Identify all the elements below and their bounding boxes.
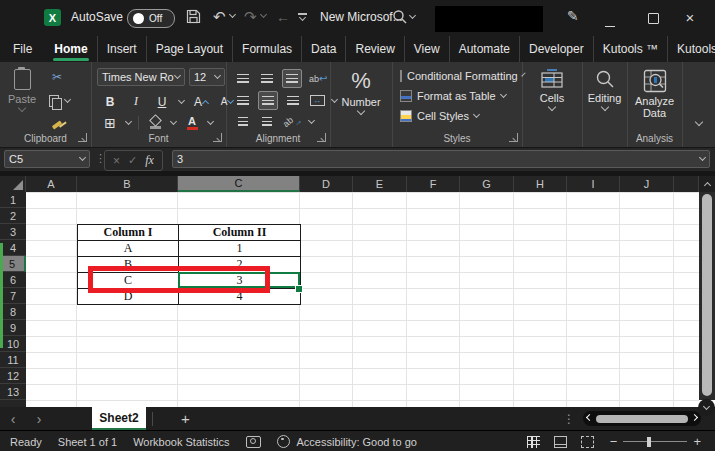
font-color-button[interactable]: A [183,114,201,131]
search-icon[interactable] [392,9,408,25]
paste-button[interactable]: Paste [8,67,36,111]
styles-dialog-launcher-icon[interactable] [509,133,518,142]
table-header-cell[interactable]: Column II [179,225,301,241]
alignment-dialog-launcher-icon[interactable] [317,133,326,142]
enter-icon[interactable]: ✓ [128,154,137,167]
font-name-select[interactable]: Times New Ro [97,68,185,86]
underline-dropdown-icon[interactable] [178,96,185,103]
decrease-indent-button[interactable] [234,113,252,130]
fill-color-dropdown-icon[interactable] [170,117,177,124]
tab-file[interactable]: File [0,36,45,62]
back-arrow-icon[interactable]: ← [276,10,290,24]
cut-icon[interactable]: ✂ [48,68,66,85]
row-header-13[interactable]: 13 [0,384,26,400]
sheet-tab-sheet2[interactable]: Sheet2 [92,407,146,430]
column-header-a[interactable]: A [26,176,77,192]
borders-button[interactable]: ⊞ [101,114,119,131]
zoom-slider-handle[interactable] [647,437,651,447]
sheet-nav-next-icon[interactable]: › [26,411,52,427]
cell-area[interactable]: Column I Column II A 1 B 2 C 3 D 4 [26,192,699,407]
conditional-formatting-button[interactable]: Conditional Formatting [392,66,522,86]
row-header-12[interactable]: 12 [0,368,26,384]
add-sheet-icon[interactable]: + [181,410,190,427]
cells-button[interactable]: Cells [522,62,582,147]
zoom-in-button[interactable]: + [693,434,701,449]
zoom-slider[interactable] [623,441,687,443]
row-header-4[interactable]: 4 [0,240,26,256]
borders-dropdown-icon[interactable] [125,117,132,124]
column-header-partial[interactable] [674,176,699,192]
font-size-select[interactable]: 12 [189,68,225,86]
formula-input[interactable]: 3 [172,150,710,168]
close-button[interactable]: × [683,9,697,26]
camera-icon[interactable] [246,436,261,448]
tab-kutools-plus[interactable]: Kutools Plus [667,36,715,62]
name-box[interactable]: C5 [4,150,90,168]
font-dialog-launcher-icon[interactable] [213,133,222,142]
tab-formulas[interactable]: Formulas [232,36,301,62]
italic-button[interactable]: I [127,93,145,110]
tab-home[interactable]: Home [45,36,96,62]
row-header-8[interactable]: 8 [0,304,26,320]
align-middle-button[interactable] [258,70,276,87]
horizontal-scrollbar-thumb[interactable] [596,415,688,423]
horizontal-scrollbar[interactable] [583,411,701,426]
scroll-left-icon[interactable] [586,413,593,420]
bold-button[interactable]: B [101,93,119,110]
column-header-b[interactable]: B [77,176,178,192]
redo-icon[interactable]: ↷ [244,9,257,24]
ink-pen-icon[interactable]: ✎ [567,9,579,23]
tab-review[interactable]: Review [345,36,403,62]
vertical-scrollbar-thumb[interactable] [702,194,712,396]
autosave-toggle[interactable]: Off [127,9,175,28]
increase-indent-button[interactable] [258,113,276,130]
row-header-6[interactable]: 6 [0,272,26,288]
customize-toolbar-icon[interactable] [298,13,307,20]
column-header-g[interactable]: G [460,176,514,192]
tab-insert[interactable]: Insert [97,36,146,62]
format-as-table-button[interactable]: Format as Table [392,86,522,106]
tab-automate[interactable]: Automate [449,36,519,62]
minimize-button[interactable] [603,15,617,30]
scroll-down-icon[interactable] [698,399,715,416]
row-header-2[interactable]: 2 [0,208,26,224]
scroll-up-icon[interactable] [699,176,715,192]
align-bottom-button[interactable] [282,69,302,88]
tab-developer[interactable]: Developer [519,36,593,62]
select-all-corner[interactable] [0,176,26,192]
tab-kutools[interactable]: Kutools ™ [593,36,667,62]
editing-button[interactable]: Editing [582,62,627,147]
align-center-button[interactable] [258,91,278,110]
row-header-3[interactable]: 3 [0,224,26,240]
column-header-h[interactable]: H [514,176,567,192]
tab-data[interactable]: Data [301,36,345,62]
row-header-5[interactable]: 5 [0,256,26,272]
save-icon[interactable] [186,9,201,24]
copy-icon[interactable] [48,92,71,109]
format-painter-icon[interactable] [48,116,66,133]
page-break-view-button[interactable] [581,436,594,448]
cell-styles-button[interactable]: Cell Styles [392,106,522,126]
expand-formula-bar-icon[interactable] [699,154,706,161]
maximize-button[interactable] [646,12,660,27]
font-color-dropdown-icon[interactable] [207,117,214,124]
orientation-button[interactable]: ab→ [282,113,303,130]
align-right-button[interactable] [284,92,302,109]
cancel-icon[interactable]: × [113,154,120,168]
ribbon-collapse-icon[interactable] [695,118,703,126]
align-left-button[interactable] [234,92,252,109]
clipboard-dialog-launcher-icon[interactable] [78,133,87,142]
zoom-out-button[interactable]: − [610,434,618,449]
row-header-1[interactable]: 1 [0,192,26,208]
scroll-right-icon[interactable] [691,413,698,420]
redo-dropdown-icon[interactable] [260,11,267,18]
tab-page-layout[interactable]: Page Layout [146,36,232,62]
undo-dropdown-icon[interactable] [229,11,236,18]
underline-button[interactable]: U [153,93,171,110]
column-header-e[interactable]: E [353,176,407,192]
grow-font-button[interactable]: A [192,93,210,110]
table-cell[interactable]: 1 [179,241,301,257]
orientation-dropdown-icon[interactable] [308,116,315,123]
row-header-11[interactable]: 11 [0,352,26,368]
column-header-j[interactable]: J [620,176,674,192]
